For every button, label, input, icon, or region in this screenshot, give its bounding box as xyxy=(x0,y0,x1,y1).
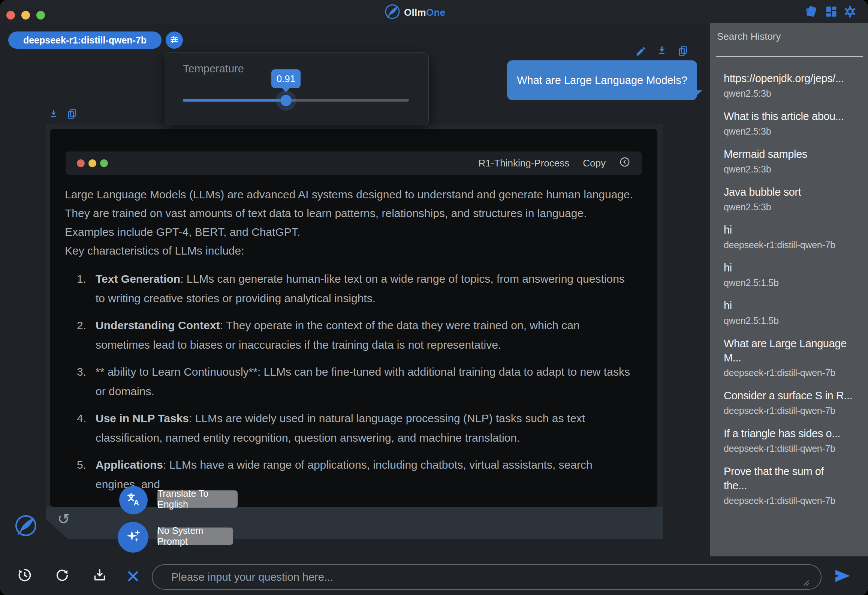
regenerate-icon[interactable]: ↺ xyxy=(57,511,70,526)
history-item[interactable]: hi qwen2.5:1.5b xyxy=(724,298,868,327)
history-item[interactable]: If a triangle has sides o... deepseek-r1… xyxy=(724,426,868,454)
list-item: 2. Understanding Context: They operate i… xyxy=(65,316,633,355)
history-item-title: Mermaid samples xyxy=(724,147,868,161)
list-item-text: ** ability to Learn Continuously**: LLMs… xyxy=(96,366,630,397)
history-item-model: deepseek-r1:distill-qwen-7b xyxy=(724,367,868,379)
list-item-bold: Text Generation xyxy=(96,273,180,285)
history-item[interactable]: Mermaid samples qwen2.5:3b xyxy=(724,147,868,175)
download-response-icon[interactable] xyxy=(48,109,59,121)
dashboard-icon[interactable] xyxy=(825,5,838,18)
history-item-title: hi xyxy=(724,223,868,237)
history-item-title: What are Large Language M... xyxy=(724,336,868,365)
history-item[interactable]: hi deepseek-r1:distill-qwen-7b xyxy=(724,223,868,251)
history-item-model: deepseek-r1:distill-qwen-7b xyxy=(724,442,868,454)
history-item-title: hi xyxy=(724,261,868,275)
translate-button[interactable]: A xyxy=(119,486,148,514)
sidebar-title: Search History xyxy=(717,31,781,42)
collapse-circle-icon[interactable] xyxy=(619,156,630,170)
history-item[interactable]: https://openjdk.org/jeps/... qwen2.5:3b xyxy=(724,71,868,99)
model-selector-pill[interactable]: deepseek-r1:distill-qwen-7b xyxy=(8,31,162,49)
history-item-title: Java bubble sort xyxy=(724,185,868,199)
history-item[interactable]: Prove that the sum of the... deepseek-r1… xyxy=(724,464,868,507)
green-dot-icon xyxy=(100,159,108,167)
system-prompt-button[interactable] xyxy=(118,522,148,553)
history-item-title: hi xyxy=(724,298,868,313)
thinking-process-label[interactable]: R1-Thinking-Process xyxy=(479,157,570,169)
history-item[interactable]: What are Large Language M... deepseek-r1… xyxy=(724,336,868,379)
copy-message-icon[interactable] xyxy=(677,45,689,58)
resize-handle-icon[interactable] xyxy=(801,577,810,589)
app-window: OllmOne xyxy=(0,0,868,595)
response-text: Large Language Models (LLMs) are advance… xyxy=(65,185,633,502)
subheading: Key characteristics of LLMs include: xyxy=(65,241,633,260)
clear-icon[interactable] xyxy=(127,570,139,584)
edit-message-icon[interactable] xyxy=(635,46,647,58)
history-item[interactable]: Consider a surface S in R... deepseek-r1… xyxy=(724,388,868,417)
app-logo: OllmOne xyxy=(385,4,445,21)
maximize-window-button[interactable] xyxy=(36,11,45,19)
list-item: 4. Use in NLP Tasks: LLMs are widely use… xyxy=(65,409,633,448)
history-item-title: https://openjdk.org/jeps/... xyxy=(724,71,868,85)
save-response-icon[interactable] xyxy=(92,568,107,584)
history-item[interactable]: Java bubble sort qwen2.5:3b xyxy=(724,185,868,213)
minimize-window-button[interactable] xyxy=(21,11,30,19)
history-item[interactable]: What is this article abou... qwen2.5:3b xyxy=(724,109,868,137)
history-item-model: deepseek-r1:distill-qwen-7b xyxy=(724,239,868,251)
titlebar: OllmOne xyxy=(0,0,868,23)
history-item-title: What is this article abou... xyxy=(724,109,868,123)
temperature-slider-fill xyxy=(183,99,287,102)
app-name: OllmOne xyxy=(404,7,445,18)
svg-text:A: A xyxy=(133,499,139,507)
history-item-title: Prove that the sum of the... xyxy=(724,464,868,493)
list-number: 1. xyxy=(77,269,94,308)
temperature-slider-thumb[interactable] xyxy=(280,95,292,106)
question-input[interactable] xyxy=(152,564,822,590)
list-item-text: : LLMs have a wide range of applications… xyxy=(96,459,593,490)
history-item-title: Consider a surface S in R... xyxy=(724,388,868,403)
close-window-button[interactable] xyxy=(6,11,15,19)
system-prompt-label: No System Prompt xyxy=(157,528,233,545)
thinking-process-window: R1-Thinking-Process Copy Large Language … xyxy=(50,129,657,507)
red-dot-icon xyxy=(77,159,85,167)
list-number: 2. xyxy=(77,316,94,355)
history-item-model: qwen2.5:1.5b xyxy=(724,277,868,289)
model-settings-button[interactable] xyxy=(166,31,183,49)
history-list: https://openjdk.org/jeps/... qwen2.5:3b … xyxy=(724,71,868,516)
system-prompt-text: No System Prompt xyxy=(157,525,233,547)
sparkle-icon xyxy=(124,528,142,547)
translate-icon: A xyxy=(125,491,142,510)
temperature-popover: Temperature 0.91 xyxy=(165,52,429,125)
temperature-value-tooltip: 0.91 xyxy=(271,69,301,88)
assistant-avatar xyxy=(14,514,37,537)
history-item-model: qwen2.5:3b xyxy=(724,87,868,99)
gear-icon[interactable] xyxy=(843,5,857,18)
list-number: 5. xyxy=(77,455,94,494)
history-item-model: deepseek-r1:distill-qwen-7b xyxy=(724,495,868,507)
list-item-bold: Use in NLP Tasks xyxy=(96,412,189,424)
list-item-bold: Understanding Context xyxy=(96,319,220,331)
user-message-text: What are Large Language Models? xyxy=(517,74,687,87)
history-item-model: qwen2.5:3b xyxy=(724,201,868,213)
download-message-icon[interactable] xyxy=(656,45,668,58)
send-button[interactable] xyxy=(834,567,852,586)
translate-tooltip-text: Translate To English xyxy=(157,488,238,510)
intro-paragraph: Large Language Models (LLMs) are advance… xyxy=(65,185,633,241)
history-item[interactable]: hi qwen2.5:1.5b xyxy=(724,261,868,289)
history-icon[interactable] xyxy=(16,567,33,585)
list-number: 4. xyxy=(77,409,94,448)
history-item-model: qwen2.5:3b xyxy=(724,163,868,175)
theme-icon[interactable] xyxy=(804,5,818,18)
history-item-title: If a triangle has sides o... xyxy=(724,426,868,441)
yellow-dot-icon xyxy=(88,159,96,167)
window-header: R1-Thinking-Process Copy xyxy=(66,151,642,175)
copy-response-icon[interactable] xyxy=(66,108,78,121)
history-item-model: qwen2.5:3b xyxy=(724,125,868,137)
copy-button[interactable]: Copy xyxy=(583,157,606,169)
refresh-icon[interactable] xyxy=(55,568,70,584)
tune-icon xyxy=(169,34,180,46)
temperature-label: Temperature xyxy=(183,63,244,75)
feather-logo-icon xyxy=(385,4,400,21)
temperature-value: 0.91 xyxy=(277,73,296,85)
user-message-bubble: What are Large Language Models? xyxy=(507,60,697,100)
search-history-sidebar: Search History https://openjdk.org/jeps/… xyxy=(710,23,868,556)
